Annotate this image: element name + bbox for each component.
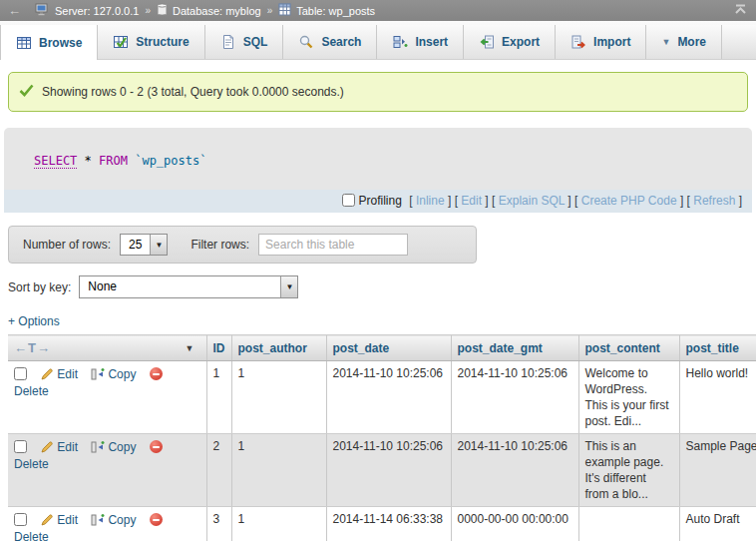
sql-query-text: SELECT * FROM `wp_posts` bbox=[4, 128, 752, 190]
back-arrow-icon[interactable]: ← bbox=[8, 3, 30, 18]
rows-count-label: Number of rows: bbox=[23, 238, 111, 252]
explain-sql-link[interactable]: Explain SQL bbox=[499, 194, 565, 208]
inline-link[interactable]: Inline bbox=[416, 194, 445, 208]
cell-post-date-gmt: 2014-11-10 10:25:06 bbox=[451, 361, 578, 434]
tab-export[interactable]: Export bbox=[464, 25, 556, 59]
sql-star: * bbox=[77, 154, 99, 168]
tab-insert[interactable]: Insert bbox=[377, 25, 464, 59]
breadcrumb-table[interactable]: Table: wp_posts bbox=[296, 5, 375, 17]
actions-column-header[interactable]: ←T→ ▼ bbox=[8, 335, 206, 361]
collapse-panel-icon[interactable] bbox=[733, 4, 748, 17]
filter-rows-input[interactable] bbox=[258, 234, 408, 256]
column-header-post-date-gmt[interactable]: post_date_gmt bbox=[451, 335, 578, 361]
tab-export-label: Export bbox=[502, 35, 540, 49]
row-checkbox[interactable] bbox=[14, 513, 27, 526]
status-message: Showing rows 0 - 2 (3 total, Query took … bbox=[8, 72, 748, 112]
bracket: [ bbox=[409, 194, 412, 208]
profiling-checkbox[interactable] bbox=[342, 194, 355, 207]
success-check-icon bbox=[19, 84, 34, 100]
delete-minus-icon bbox=[150, 367, 163, 380]
sql-query-box: SELECT * FROM `wp_posts` Profiling [ Inl… bbox=[4, 128, 752, 213]
copy-row-link[interactable]: Copy bbox=[108, 367, 136, 381]
sql-keyword-select: SELECT bbox=[34, 154, 77, 169]
bracket: ] bbox=[567, 194, 570, 208]
cell-post-date-gmt: 0000-00-00 00:00:00 bbox=[451, 507, 578, 541]
bracket: ] bbox=[680, 194, 683, 208]
cell-post-author: 1 bbox=[231, 434, 326, 507]
row-actions: Edit Copy Delete bbox=[8, 507, 206, 541]
export-icon bbox=[479, 34, 495, 50]
row-checkbox[interactable] bbox=[14, 440, 27, 453]
table-row: Edit Copy Delete 2 1 2014-11-10 10:25:06… bbox=[8, 434, 756, 507]
column-header-post-title[interactable]: post_title bbox=[679, 335, 756, 361]
tab-bar-filler bbox=[722, 25, 756, 59]
column-header-post-date[interactable]: post_date bbox=[326, 335, 451, 361]
breadcrumb-database[interactable]: Database: myblog bbox=[173, 5, 261, 17]
edit-query-link[interactable]: Edit bbox=[461, 194, 482, 208]
delete-row-link[interactable]: Delete bbox=[14, 384, 49, 398]
create-php-code-link[interactable]: Create PHP Code bbox=[581, 194, 677, 208]
insert-icon bbox=[392, 34, 408, 50]
sort-key-value: None bbox=[80, 276, 125, 297]
tab-structure[interactable]: Structure bbox=[98, 25, 204, 59]
delete-minus-icon bbox=[150, 513, 163, 526]
table-row: Edit Copy Delete 3 1 2014-11-14 06:33:38… bbox=[8, 507, 756, 541]
profiling-label[interactable]: Profiling bbox=[359, 194, 402, 208]
edit-row-link[interactable]: Edit bbox=[57, 367, 78, 381]
copy-row-link[interactable]: Copy bbox=[108, 440, 136, 454]
rows-count-select[interactable]: 25 ▼ bbox=[120, 234, 168, 256]
filter-rows-label: Filter rows: bbox=[190, 238, 249, 252]
delete-row-link[interactable]: Delete bbox=[14, 457, 49, 471]
options-toggle-link[interactable]: + Options bbox=[8, 314, 60, 328]
cell-post-title: Auto Draft bbox=[679, 507, 756, 541]
edit-row-link[interactable]: Edit bbox=[57, 440, 78, 454]
copy-row-icon bbox=[91, 367, 105, 381]
tab-bar: Browse Structure SQL Search Insert Expor… bbox=[0, 21, 756, 60]
column-header-post-author[interactable]: post_author bbox=[231, 335, 326, 361]
tab-structure-label: Structure bbox=[136, 35, 189, 49]
edit-row-link[interactable]: Edit bbox=[57, 513, 78, 527]
select-arrow-icon: ▼ bbox=[150, 235, 167, 255]
bracket: [ bbox=[574, 194, 577, 208]
delete-row-link[interactable]: Delete bbox=[14, 530, 49, 541]
bracket: [ bbox=[455, 194, 458, 208]
cell-post-date: 2014-11-14 06:33:38 bbox=[326, 507, 451, 541]
results-header-row: ←T→ ▼ ID post_author post_date post_date… bbox=[8, 335, 756, 361]
tab-search[interactable]: Search bbox=[283, 25, 377, 59]
cell-post-content: This is an example page. It's different … bbox=[578, 434, 679, 507]
import-icon bbox=[570, 34, 586, 50]
cell-post-author: 1 bbox=[231, 361, 326, 434]
refresh-link[interactable]: Refresh bbox=[693, 194, 735, 208]
row-actions: Edit Copy Delete bbox=[8, 434, 206, 507]
table-icon bbox=[278, 3, 291, 18]
cell-id: 1 bbox=[206, 361, 231, 434]
column-header-id[interactable]: ID bbox=[206, 335, 231, 361]
column-header-post-content[interactable]: post_content bbox=[578, 335, 679, 361]
structure-icon bbox=[113, 34, 129, 50]
tab-import[interactable]: Import bbox=[556, 25, 646, 59]
table-row: Edit Copy Delete 1 1 2014-11-10 10:25:06… bbox=[8, 361, 756, 434]
breadcrumb-separator: » bbox=[266, 5, 274, 16]
status-message-text: Showing rows 0 - 2 (3 total, Query took … bbox=[42, 85, 344, 99]
bracket: ] bbox=[739, 194, 742, 208]
tab-search-label: Search bbox=[321, 35, 361, 49]
transpose-arrows-icon[interactable]: ←T→ bbox=[14, 340, 51, 356]
copy-row-icon bbox=[91, 513, 105, 527]
copy-row-icon bbox=[91, 440, 105, 454]
sort-order-icon[interactable]: ▼ bbox=[186, 340, 200, 356]
tab-sql-label: SQL bbox=[243, 35, 268, 49]
bracket: [ bbox=[492, 194, 495, 208]
tab-more[interactable]: ▼ More bbox=[646, 25, 722, 59]
breadcrumb-separator: » bbox=[144, 5, 152, 16]
tab-sql[interactable]: SQL bbox=[205, 25, 284, 59]
sort-key-select[interactable]: None ▼ bbox=[79, 275, 298, 298]
row-checkbox[interactable] bbox=[14, 367, 27, 380]
tab-browse-label: Browse bbox=[39, 36, 82, 50]
breadcrumb-server[interactable]: Server: 127.0.0.1 bbox=[55, 5, 139, 17]
tab-browse[interactable]: Browse bbox=[0, 25, 98, 60]
tab-import-label: Import bbox=[593, 35, 630, 49]
rows-control-bar: Number of rows: 25 ▼ Filter rows: bbox=[8, 226, 477, 264]
select-arrow-icon: ▼ bbox=[280, 276, 297, 297]
cell-post-content: Welcome to WordPress. This is your first… bbox=[578, 361, 679, 434]
copy-row-link[interactable]: Copy bbox=[108, 513, 136, 527]
